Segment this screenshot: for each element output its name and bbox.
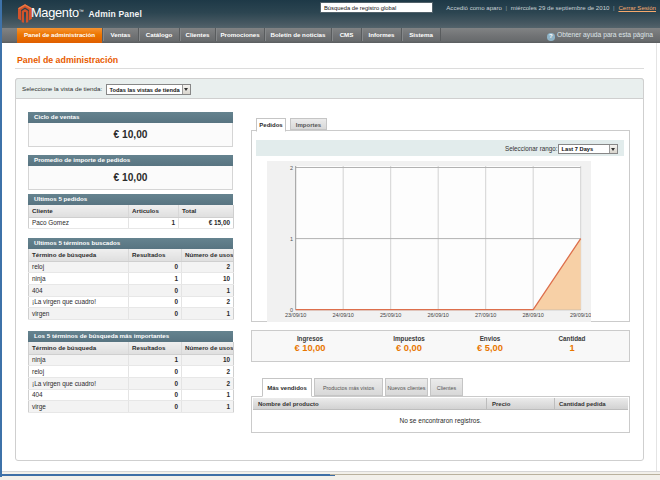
svg-text:29/09/10: 29/09/10 [570, 312, 591, 318]
svg-text:1: 1 [290, 236, 293, 242]
svg-text:26/09/10: 26/09/10 [427, 312, 448, 318]
svg-text:23/09/10: 23/09/10 [285, 312, 306, 318]
svg-text:28/09/10: 28/09/10 [522, 312, 543, 318]
svg-text:25/09/10: 25/09/10 [380, 312, 401, 318]
svg-text:2: 2 [290, 165, 293, 171]
svg-text:27/09/10: 27/09/10 [475, 312, 496, 318]
svg-text:24/09/10: 24/09/10 [332, 312, 353, 318]
